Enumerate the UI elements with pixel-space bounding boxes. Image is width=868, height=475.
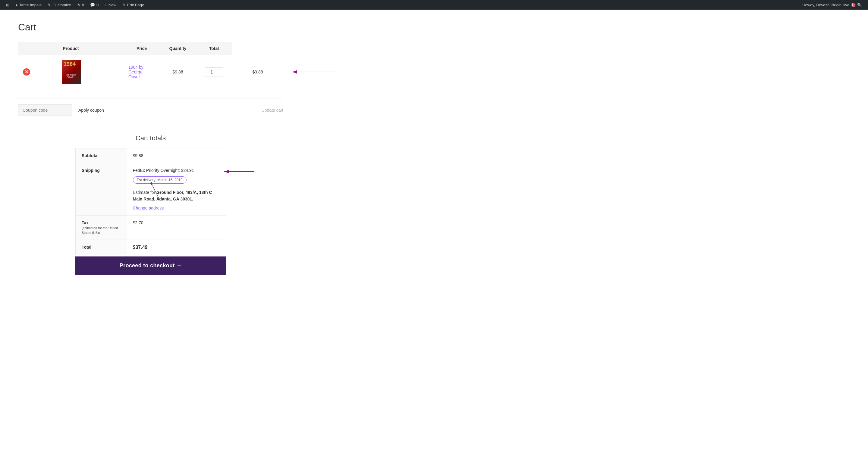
cart-table-wrapper: Product Price Quantity Total ✕ 1984	[18, 42, 283, 89]
col-header-total: Total	[196, 42, 232, 55]
product-name-cell: 1984 by George Orwell	[124, 55, 160, 89]
edit-icon: ✎	[122, 3, 126, 7]
tax-sublabel: (estimated for the United States (US))	[82, 226, 118, 235]
col-header-price: Price	[124, 42, 160, 55]
change-address-link[interactable]: Change address	[133, 206, 164, 210]
adminbar-new[interactable]: + New	[101, 0, 119, 10]
checkout-button[interactable]: Proceed to checkout →	[75, 257, 226, 275]
cart-totals-section: Cart totals Subtotal $9.88 Shipping FedE…	[18, 134, 283, 275]
shipping-row: Shipping FedEx Priority Overnight: $24.9…	[76, 163, 226, 215]
adminbar-comments[interactable]: 💬 0	[87, 0, 101, 10]
admin-bar: ⊞ ● Tame Impala ✎ Customize ↻ 8 💬 0 + Ne…	[0, 0, 868, 10]
adminbar-wp-logo[interactable]: ⊞	[3, 0, 12, 10]
col-header-quantity: Quantity	[160, 42, 196, 55]
address-estimate: Estimate for Ground Floor, 493/A, 18th C…	[133, 189, 220, 203]
cart-totals-container: Cart totals Subtotal $9.88 Shipping FedE…	[75, 134, 226, 275]
product-thumbnail: 1984 George Orwell	[62, 60, 81, 84]
product-total-cell: $9.88	[232, 55, 283, 89]
shipping-arrow-annotation	[223, 169, 256, 175]
subtotal-row: Subtotal $9.88	[76, 148, 226, 163]
adminbar-customize[interactable]: ✎ Customize	[44, 0, 74, 10]
plus-icon: +	[104, 3, 107, 7]
cart-table: Product Price Quantity Total ✕ 1984	[18, 42, 283, 89]
updates-icon: ↻	[77, 3, 81, 7]
product-total: $9.88	[252, 70, 263, 74]
adminbar-edit-page[interactable]: ✎ Edit Page	[119, 0, 147, 10]
cart-table-header-row: Product Price Quantity Total	[18, 42, 283, 55]
apply-coupon-button[interactable]: Apply coupon	[79, 108, 104, 112]
pencil-icon: ✎	[48, 3, 51, 7]
remove-item-button[interactable]: ✕	[23, 68, 30, 75]
delivery-arrow-annotation	[151, 184, 175, 202]
coupon-row: Apply coupon Update cart	[18, 98, 283, 122]
tax-row: Tax (estimated for the United States (US…	[76, 215, 226, 240]
product-link[interactable]: 1984 by George Orwell	[128, 65, 144, 79]
total-row: Total $37.49	[76, 240, 226, 255]
total-value: $37.49	[127, 240, 226, 255]
book-year: 1984	[64, 61, 76, 67]
adminbar-updates[interactable]: ↻ 8	[74, 0, 87, 10]
total-label: Total	[76, 240, 127, 255]
totals-table: Subtotal $9.88 Shipping FedEx Priority O…	[75, 148, 226, 255]
subtotal-label: Subtotal	[76, 148, 127, 163]
page-title: Cart	[18, 22, 283, 33]
close-icon: ✕	[25, 70, 29, 74]
product-image-cell: 1984 George Orwell	[57, 55, 124, 89]
table-row: ✕ 1984 George Orwell 1984 by	[18, 55, 283, 89]
product-quantity-cell	[196, 55, 232, 89]
shipping-label: Shipping	[76, 163, 127, 215]
wp-icon: ⊞	[6, 3, 9, 7]
est-delivery-badge: Est delivery: March 15, 2019	[133, 176, 187, 183]
quantity-input[interactable]	[205, 67, 223, 76]
tax-label: Tax (estimated for the United States (US…	[76, 215, 127, 240]
adminbar-user: Howdy, Devesh PluginHive 🇨🇦 🔍	[799, 3, 865, 7]
subtotal-value: $9.88	[127, 148, 226, 163]
total-arrow-annotation	[289, 67, 338, 76]
page-content: Cart Product Price Quantity Total ✕	[0, 10, 301, 287]
flag-icon: 🇨🇦	[851, 3, 856, 7]
remove-cell: ✕	[18, 55, 57, 89]
update-cart-button[interactable]: Update cart	[261, 108, 283, 112]
comments-icon: 💬	[90, 3, 95, 7]
shipping-details: FedEx Priority Overnight: $24.91	[127, 163, 226, 215]
tax-value: $2.70	[127, 215, 226, 240]
search-icon[interactable]: 🔍	[857, 3, 862, 7]
col-header-product: Product	[18, 42, 124, 55]
product-price: $9.88	[173, 70, 183, 74]
adminbar-site-name[interactable]: ● Tame Impala	[12, 0, 44, 10]
coupon-input[interactable]	[18, 104, 72, 116]
cart-totals-title: Cart totals	[75, 134, 226, 142]
site-icon: ●	[16, 3, 18, 7]
svg-line-5	[153, 186, 160, 201]
product-price-cell: $9.88	[160, 55, 196, 89]
shipping-method-text: FedEx Priority Overnight: $24.91	[133, 168, 194, 173]
